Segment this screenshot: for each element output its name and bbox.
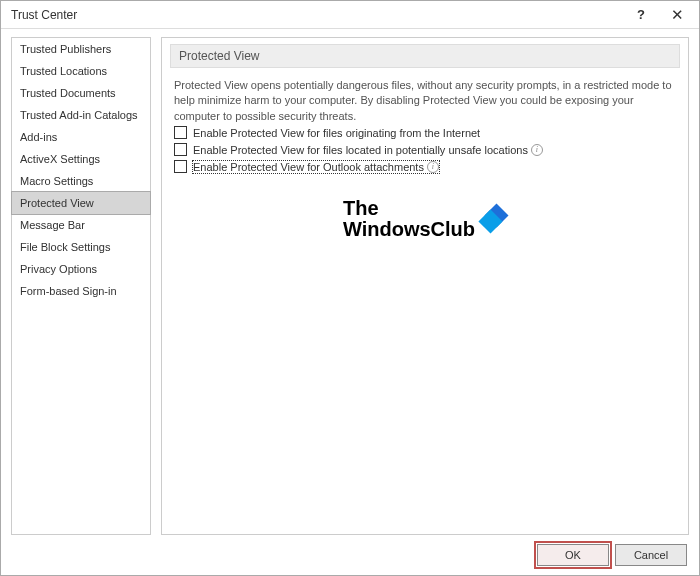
sidebar-item-protected-view[interactable]: Protected View	[11, 191, 151, 215]
checkbox-internet[interactable]	[174, 126, 187, 139]
checkbox-group: Enable Protected View for files originat…	[170, 124, 680, 175]
checkbox-label: Enable Protected View for files originat…	[193, 127, 480, 139]
sidebar-item-activex-settings[interactable]: ActiveX Settings	[12, 148, 150, 170]
window-title: Trust Center	[11, 8, 623, 22]
close-icon: ✕	[671, 6, 684, 24]
sidebar-item-trusted-addin-catalogs[interactable]: Trusted Add-in Catalogs	[12, 104, 150, 126]
titlebar: Trust Center ? ✕	[1, 1, 699, 29]
ok-button[interactable]: OK	[537, 544, 609, 566]
watermark-logo-icon	[479, 205, 507, 233]
sidebar-item-macro-settings[interactable]: Macro Settings	[12, 170, 150, 192]
section-title: Protected View	[170, 44, 680, 68]
help-button[interactable]: ?	[623, 2, 659, 28]
checkbox-text: Enable Protected View for files located …	[193, 144, 528, 156]
checkbox-outlook-attachments[interactable]	[174, 160, 187, 173]
checkbox-label: Enable Protected View for files located …	[193, 144, 543, 156]
dialog-footer: OK Cancel	[1, 535, 699, 575]
sidebar-item-add-ins[interactable]: Add-ins	[12, 126, 150, 148]
sidebar-item-file-block-settings[interactable]: File Block Settings	[12, 236, 150, 258]
sidebar: Trusted Publishers Trusted Locations Tru…	[11, 37, 151, 535]
info-icon[interactable]: i	[427, 161, 439, 173]
watermark: The WindowsClub	[343, 198, 507, 240]
sidebar-item-trusted-publishers[interactable]: Trusted Publishers	[12, 38, 150, 60]
checkbox-unsafe-locations[interactable]	[174, 143, 187, 156]
cancel-button[interactable]: Cancel	[615, 544, 687, 566]
watermark-line1: The	[343, 198, 475, 219]
main-panel: Protected View Protected View opens pote…	[161, 37, 689, 535]
dialog-body: Trusted Publishers Trusted Locations Tru…	[1, 29, 699, 535]
sidebar-item-message-bar[interactable]: Message Bar	[12, 214, 150, 236]
info-icon[interactable]: i	[531, 144, 543, 156]
checkbox-label: Enable Protected View for Outlook attach…	[193, 161, 439, 173]
watermark-text: The WindowsClub	[343, 198, 475, 240]
sidebar-item-privacy-options[interactable]: Privacy Options	[12, 258, 150, 280]
sidebar-item-trusted-locations[interactable]: Trusted Locations	[12, 60, 150, 82]
trust-center-dialog: Trust Center ? ✕ Trusted Publishers Trus…	[0, 0, 700, 576]
close-button[interactable]: ✕	[659, 2, 695, 28]
checkbox-row-unsafe-locations: Enable Protected View for files located …	[174, 141, 676, 158]
checkbox-text: Enable Protected View for files originat…	[193, 127, 480, 139]
checkbox-text: Enable Protected View for Outlook attach…	[193, 161, 424, 173]
watermark-line2: WindowsClub	[343, 219, 475, 240]
checkbox-row-outlook-attachments: Enable Protected View for Outlook attach…	[174, 158, 676, 175]
section-description: Protected View opens potentially dangero…	[170, 74, 680, 124]
sidebar-item-form-based-sign-in[interactable]: Form-based Sign-in	[12, 280, 150, 302]
sidebar-item-trusted-documents[interactable]: Trusted Documents	[12, 82, 150, 104]
checkbox-row-internet: Enable Protected View for files originat…	[174, 124, 676, 141]
